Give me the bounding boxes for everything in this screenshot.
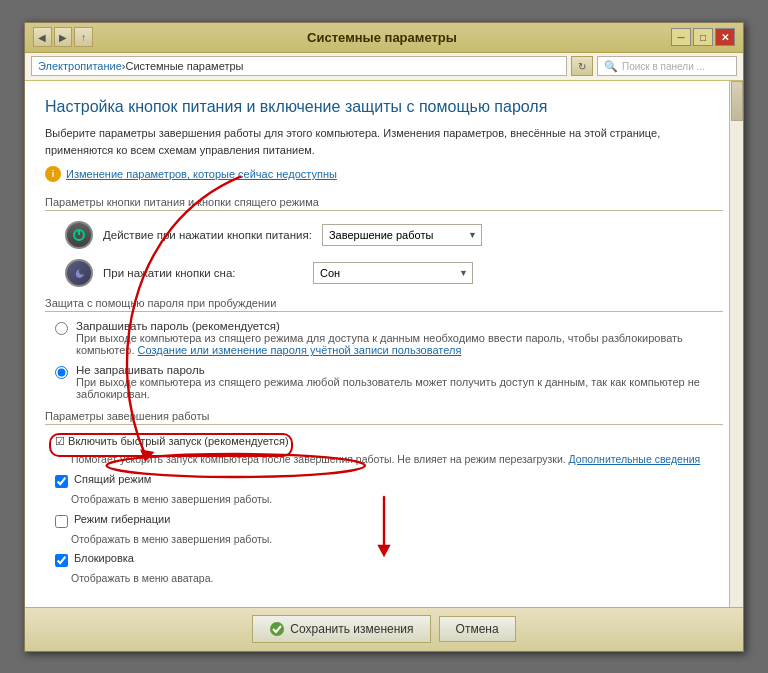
create-password-link[interactable]: Создание или изменение пароля учётной за…	[138, 344, 462, 356]
main-window: ◀ ▶ ↑ Системные параметры ─ □ ✕ Электроп…	[24, 22, 744, 652]
window-controls: ─ □ ✕	[671, 28, 735, 46]
forward-button[interactable]: ▶	[54, 27, 73, 47]
refresh-area: ↻	[571, 56, 593, 76]
save-button[interactable]: Сохранить изменения	[252, 615, 430, 643]
password-section-header: Защита с помощью пароля при пробуждении	[45, 297, 723, 312]
change-link-row: i Изменение параметров, которые сейчас н…	[45, 166, 723, 182]
moon-icon	[65, 259, 93, 287]
cancel-button[interactable]: Отмена	[439, 616, 516, 642]
page-title: Настройка кнопок питания и включение защ…	[45, 97, 723, 118]
hibernate-checkbox[interactable]	[55, 515, 68, 528]
fast-startup-desc: Помогает ускорить запуск компьютера посл…	[45, 452, 723, 467]
power-section-header: Параметры кнопки питания и кнопки спящег…	[45, 196, 723, 211]
lock-label: Блокировка	[74, 552, 134, 564]
sleep-label: Спящий режим	[74, 473, 151, 485]
sleep-action-dropdown[interactable]: Сон ▼	[313, 262, 473, 284]
power-action-dropdown[interactable]: Завершение работы ▼	[322, 224, 482, 246]
fast-startup-row: ☑ Включить быстрый запуск (рекомендуется…	[45, 435, 723, 448]
require-password-option: Запрашивать пароль (рекомендуется) При в…	[45, 320, 723, 356]
address-path[interactable]: Электропитание › Системные параметры	[31, 56, 567, 76]
hibernate-desc: Отображать в меню завершения работы.	[45, 532, 723, 547]
search-placeholder: Поиск в панели ...	[622, 61, 705, 72]
address-bar: Электропитание › Системные параметры ↻ 🔍…	[25, 53, 743, 81]
close-button[interactable]: ✕	[715, 28, 735, 46]
sleep-desc: Отображать в меню завершения работы.	[45, 492, 723, 507]
password-section: Защита с помощью пароля при пробуждении …	[45, 297, 723, 400]
power-button-label: Действие при нажатии кнопки питания:	[103, 229, 312, 241]
checkmark-icon	[269, 621, 285, 637]
breadcrumb-current: Системные параметры	[125, 60, 243, 72]
svg-point-5	[270, 622, 284, 636]
power-icon	[65, 221, 93, 249]
no-password-desc: При выходе компьютера из спящего режима …	[76, 376, 700, 400]
fast-startup-link[interactable]: Дополнительные сведения	[569, 453, 701, 465]
lock-option: Блокировка	[45, 552, 723, 567]
hibernate-label: Режим гибернации	[74, 513, 170, 525]
search-box[interactable]: 🔍 Поиск в панели ...	[597, 56, 737, 76]
lock-checkbox[interactable]	[55, 554, 68, 567]
window-title: Системные параметры	[93, 30, 671, 45]
lock-desc: Отображать в меню аватара.	[45, 571, 723, 586]
shutdown-section: Параметры завершения работы ☑ Включить б…	[45, 410, 723, 586]
scrollbar-thumb[interactable]	[731, 81, 743, 121]
scrollbar[interactable]	[729, 81, 743, 607]
bottom-bar: Сохранить изменения Отмена	[25, 607, 743, 651]
require-password-label: Запрашивать пароль (рекомендуется)	[76, 320, 723, 332]
breadcrumb-power[interactable]: Электропитание	[38, 60, 122, 72]
sleep-checkbox[interactable]	[55, 475, 68, 488]
back-button[interactable]: ◀	[33, 27, 52, 47]
page-description: Выберите параметры завершения работы для…	[45, 125, 723, 158]
maximize-button[interactable]: □	[693, 28, 713, 46]
content-wrapper: Настройка кнопок питания и включение защ…	[25, 81, 743, 607]
hibernate-option: Режим гибернации	[45, 513, 723, 528]
sleep-option: Спящий режим	[45, 473, 723, 488]
content-area: Настройка кнопок питания и включение защ…	[25, 81, 743, 607]
fast-startup-label: ☑ Включить быстрый запуск (рекомендуется…	[55, 435, 289, 448]
search-icon: 🔍	[604, 60, 618, 73]
dropdown-arrow-icon: ▼	[468, 230, 477, 240]
shutdown-section-header: Параметры завершения работы	[45, 410, 723, 425]
require-password-radio[interactable]	[55, 322, 68, 335]
minimize-button[interactable]: ─	[671, 28, 691, 46]
no-password-option: Не запрашивать пароль При выходе компьют…	[45, 364, 723, 400]
sleep-button-row: При нажатии кнопки сна: Сон ▼	[45, 259, 723, 287]
title-bar: ◀ ▶ ↑ Системные параметры ─ □ ✕	[25, 23, 743, 53]
save-label: Сохранить изменения	[290, 622, 413, 636]
no-password-radio[interactable]	[55, 366, 68, 379]
cancel-label: Отмена	[456, 622, 499, 636]
dropdown-arrow2-icon: ▼	[459, 268, 468, 278]
info-icon: i	[45, 166, 61, 182]
sleep-button-label: При нажатии кнопки сна:	[103, 267, 303, 279]
up-button[interactable]: ↑	[74, 27, 93, 47]
power-button-row: Действие при нажатии кнопки питания: Зав…	[45, 221, 723, 249]
change-link[interactable]: Изменение параметров, которые сейчас нед…	[66, 168, 337, 180]
no-password-label: Не запрашивать пароль	[76, 364, 723, 376]
refresh-button[interactable]: ↻	[571, 56, 593, 76]
